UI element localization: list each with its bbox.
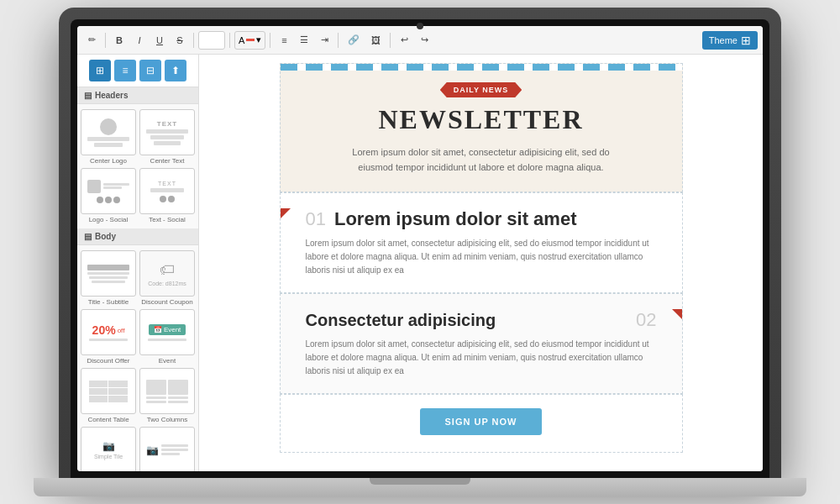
sidebar-icon-align[interactable]: ⊟: [139, 60, 161, 81]
template-text-social[interactable]: TEXT Text - Social: [139, 168, 195, 223]
template-content-table[interactable]: Content Table: [81, 368, 136, 423]
template-discount-coupon[interactable]: 🏷 Code: d812ms Discount Coupon: [139, 250, 195, 306]
color-swatch: [246, 39, 255, 41]
stripe-decoration: [281, 64, 682, 71]
sidebar-icon-text[interactable]: ≡: [114, 60, 136, 81]
sep2: [193, 33, 194, 48]
link-btn[interactable]: 🔗: [343, 31, 365, 50]
headers-label: Headers: [95, 91, 128, 100]
sep3: [229, 33, 230, 48]
article2-header: Consectetur adipisicing 02: [306, 309, 657, 331]
template-two-columns-label: Two Columns: [139, 416, 195, 423]
font-size-input[interactable]: 12: [198, 31, 225, 50]
template-center-text-label: Center Text: [139, 157, 195, 165]
sep1: [105, 33, 106, 48]
template-logo-social-label: Logo - Social: [81, 216, 136, 223]
body-label: Body: [95, 232, 116, 241]
editor-container: ✏ B I U S 12 A ▾: [77, 26, 763, 471]
sidebar-icon-image[interactable]: ⬆: [165, 60, 186, 81]
template-center-text[interactable]: TEXT Center Text: [139, 109, 195, 165]
sidebar: ⊞ ≡ ⊟ ⬆ ▤ Headers: [77, 55, 199, 471]
laptop-shell: ✏ B I U S 12 A ▾: [59, 8, 781, 478]
canvas-area: DAILY NEWS NEWSLETTER Lorem ipsum dolor …: [199, 55, 763, 471]
list-ul-btn[interactable]: ≡: [275, 31, 293, 50]
template-text-social-label: Text - Social: [139, 216, 195, 223]
theme-label: Theme: [709, 35, 738, 45]
email-header-section: DAILY NEWS NEWSLETTER Lorem ipsum dolor …: [280, 63, 683, 192]
template-two-columns[interactable]: Two Columns: [139, 368, 195, 423]
article2-body: Lorem ipsum dolor sit amet, consectetur …: [306, 338, 657, 378]
undo-btn[interactable]: ↩: [395, 31, 413, 50]
template-event[interactable]: 📅 Event Event: [139, 309, 195, 365]
template-discount-offer-label: Discount Offer: [81, 357, 136, 365]
laptop-base: [34, 478, 806, 496]
template-discount-offer[interactable]: 20% off Discount Offer: [81, 309, 136, 365]
template-title-subtitle-label: Title - Subtitle: [81, 298, 136, 306]
underline-btn[interactable]: U: [150, 31, 169, 50]
template-logo-social[interactable]: Logo - Social: [81, 168, 136, 223]
article1-title: Lorem ipsum dolor sit amet: [334, 208, 577, 230]
template-content-table-label: Content Table: [81, 416, 136, 423]
article2-num: 02: [636, 309, 656, 331]
sep5: [338, 33, 339, 48]
newsletter-title: NEWSLETTER: [306, 104, 657, 135]
bold-btn[interactable]: B: [110, 31, 129, 50]
laptop-camera: [417, 23, 423, 29]
indent-btn[interactable]: ⇥: [315, 31, 333, 50]
sidebar-icon-layout[interactable]: ⊞: [89, 60, 111, 81]
article2-title: Consectetur adipisicing: [306, 311, 496, 330]
headers-section-header: ▤ Headers: [77, 87, 198, 104]
template-center-logo-label: Center Logo: [81, 157, 136, 165]
headers-icon: ▤: [84, 91, 92, 100]
screen-bezel: ✏ B I U S 12 A ▾: [71, 19, 769, 478]
template-discount-coupon-label: Discount Coupon: [139, 298, 195, 306]
article2-section: Consectetur adipisicing 02 Lorem ipsum d…: [280, 293, 683, 394]
italic-btn[interactable]: I: [130, 31, 149, 50]
main-area: ⊞ ≡ ⊟ ⬆ ▤ Headers: [77, 55, 763, 471]
template-center-logo[interactable]: Center Logo: [81, 109, 136, 165]
article1-section: 01 Lorem ipsum dolor sit amet Lorem ipsu…: [280, 192, 683, 293]
body-icon: ▤: [84, 232, 92, 241]
theme-btn[interactable]: Theme ⊞: [702, 31, 758, 50]
color-dropdown-arrow: ▾: [256, 34, 261, 45]
body-template-grid: Title - Subtitle 🏷 Code: d812ms Discount…: [77, 245, 198, 471]
header-body-text: Lorem ipsum dolor sit amet, consectetur …: [339, 145, 624, 175]
image-btn[interactable]: 🖼: [366, 31, 386, 50]
template-image-text[interactable]: 📷 Image - Text: [139, 427, 195, 471]
article1-body: Lorem ipsum dolor sit amet, consectetur …: [306, 237, 657, 277]
list-ol-btn[interactable]: ☰: [295, 31, 313, 50]
daily-news-banner: DAILY NEWS: [440, 82, 522, 97]
template-image[interactable]: 📷 Simple Tile Image: [81, 427, 136, 471]
template-event-label: Event: [139, 357, 195, 365]
email-canvas: DAILY NEWS NEWSLETTER Lorem ipsum dolor …: [280, 55, 683, 461]
cta-section: SIGN UP NOW: [280, 394, 683, 453]
sep6: [390, 33, 391, 48]
template-title-subtitle[interactable]: Title - Subtitle: [81, 250, 136, 306]
laptop-screen: ✏ B I U S 12 A ▾: [77, 26, 763, 471]
redo-btn[interactable]: ↪: [415, 31, 433, 50]
pencil-tool-btn[interactable]: ✏: [82, 31, 101, 50]
font-color-btn[interactable]: A ▾: [234, 31, 265, 50]
article1-num: 01: [306, 208, 326, 230]
toolbar: ✏ B I U S 12 A ▾: [77, 26, 763, 55]
strikethrough-btn[interactable]: S: [171, 31, 189, 50]
color-label: A: [239, 35, 244, 45]
headers-template-grid: Center Logo TEXT: [77, 104, 198, 228]
cta-button[interactable]: SIGN UP NOW: [420, 408, 543, 435]
body-section-header: ▤ Body: [77, 228, 198, 245]
sidebar-icon-row: ⊞ ≡ ⊟ ⬆: [77, 55, 198, 87]
sep4: [270, 33, 270, 48]
grid-icon: ⊞: [741, 34, 751, 47]
article1-header: 01 Lorem ipsum dolor sit amet: [306, 208, 657, 230]
